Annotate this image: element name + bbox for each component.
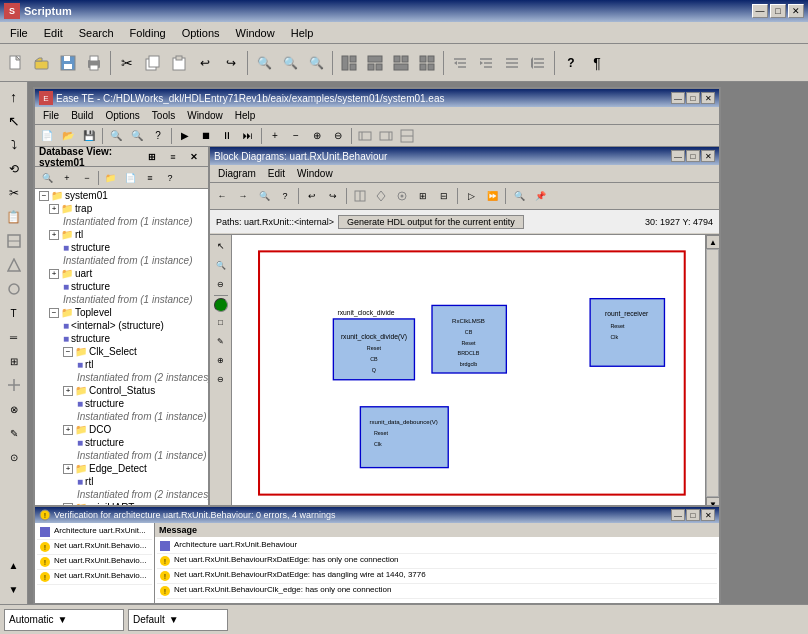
blk-tb-4[interactable]: ? (275, 187, 295, 205)
canvas-tool-6[interactable]: ⊕ (211, 351, 231, 369)
canvas-tool-7[interactable]: ⊖ (211, 370, 231, 388)
left-tool-16[interactable]: ⊙ (3, 446, 25, 468)
ease-close[interactable]: ✕ (701, 92, 715, 104)
left-tool-8[interactable] (3, 254, 25, 276)
block-maximize[interactable]: □ (686, 150, 700, 162)
db-tree[interactable]: − 📁 system01 + 📁 trap Instantiated from … (35, 189, 208, 505)
tree-ctrl-inst[interactable]: Instantiated from (1 instance) (35, 410, 208, 423)
ease-tb-7[interactable]: ▶ (175, 127, 195, 145)
ease-tb-11[interactable]: + (265, 127, 285, 145)
menu-folding[interactable]: Folding (122, 25, 174, 41)
tree-trap[interactable]: + 📁 trap (35, 202, 208, 215)
indent3-button[interactable] (500, 51, 524, 75)
new-button[interactable] (4, 51, 28, 75)
ease-tb-4[interactable]: 🔍 (106, 127, 126, 145)
canvas-tool-arrow[interactable]: ↖ (211, 237, 231, 255)
canvas-area[interactable]: rxunit_clock_divide(V) Reset CB Q rxunit… (232, 235, 705, 511)
blk-tb-10[interactable]: ⊞ (413, 187, 433, 205)
db-tb-expand[interactable]: + (57, 169, 77, 187)
blk-tb-15[interactable]: 📌 (530, 187, 550, 205)
db-tb-4[interactable]: 📁 (100, 169, 120, 187)
verify-tree[interactable]: Architecture uart.RxUnit... ! Net uart.R… (35, 523, 155, 603)
indent2-button[interactable] (474, 51, 498, 75)
expand-icon[interactable]: + (49, 269, 59, 279)
msg-row-1[interactable]: Architecture uart.RxUnit.Behaviour (157, 539, 717, 554)
tree-rtl[interactable]: + 📁 rtl (35, 228, 208, 241)
layout3-button[interactable] (389, 51, 413, 75)
menu-edit[interactable]: Edit (36, 25, 71, 41)
db-tb-5[interactable]: 📄 (120, 169, 140, 187)
tree-clk-inst[interactable]: Instantiated from (2 instances) (35, 371, 208, 384)
left-tool-15[interactable]: ✎ (3, 422, 25, 444)
expand-icon[interactable]: + (63, 464, 73, 474)
paste-button[interactable] (167, 51, 191, 75)
tree-ctrl-struct[interactable]: ■ structure (35, 397, 208, 410)
msg-row-4[interactable]: ! Net uart.RxUnit.BehaviourClk_edge: has… (157, 584, 717, 599)
search3-button[interactable]: 🔍 (304, 51, 328, 75)
block-menu-edit[interactable]: Edit (262, 167, 291, 180)
save-button[interactable] (56, 51, 80, 75)
blk-tb-9[interactable] (392, 187, 412, 205)
menu-file[interactable]: File (2, 25, 36, 41)
blk-tb-6[interactable]: ↪ (323, 187, 343, 205)
tree-toplevel[interactable]: − 📁 Toplevel (35, 306, 208, 319)
automatic-dropdown[interactable]: Automatic ▼ (4, 609, 124, 631)
blk-tb-8[interactable] (371, 187, 391, 205)
ease-tb-3[interactable]: 💾 (79, 127, 99, 145)
generate-hdl-button[interactable]: Generate HDL output for the current enti… (338, 215, 524, 229)
blk-tb-14[interactable]: 🔍 (509, 187, 529, 205)
db-btn-1[interactable]: ⊞ (142, 148, 162, 166)
menu-help[interactable]: Help (283, 25, 322, 41)
msg-row-2[interactable]: ! Net uart.RxUnit.BehaviourRxDatEdge: ha… (157, 554, 717, 569)
expand-icon[interactable]: + (63, 425, 73, 435)
left-tool-1[interactable]: ↑ (3, 86, 25, 108)
ease-tb-12[interactable]: − (286, 127, 306, 145)
canvas-tool-zoom-in[interactable]: 🔍 (211, 256, 231, 274)
tree-dco-inst[interactable]: Instantiated from (1 instance) (35, 449, 208, 462)
blk-tb-12[interactable]: ▷ (461, 187, 481, 205)
verify-close[interactable]: ✕ (701, 509, 715, 521)
canvas-tool-3[interactable] (214, 298, 228, 312)
copy-button[interactable] (141, 51, 165, 75)
search2-button[interactable]: 🔍 (278, 51, 302, 75)
open-button[interactable] (30, 51, 54, 75)
ease-menu-help[interactable]: Help (229, 109, 262, 122)
ease-menu-window[interactable]: Window (181, 109, 229, 122)
left-tool-13[interactable] (3, 374, 25, 396)
blk-tb-2[interactable]: → (233, 187, 253, 205)
expand-icon[interactable]: − (49, 308, 59, 318)
db-tb-help[interactable]: ? (160, 169, 180, 187)
ease-menu-file[interactable]: File (37, 109, 65, 122)
ease-menu-build[interactable]: Build (65, 109, 99, 122)
left-tool-7[interactable] (3, 230, 25, 252)
tree-dco-struct[interactable]: ■ structure (35, 436, 208, 449)
ease-tb-17[interactable] (397, 127, 417, 145)
tree-root[interactable]: − 📁 system01 (35, 189, 208, 202)
ease-tb-15[interactable] (355, 127, 375, 145)
verify-item-2[interactable]: ! Net uart.RxUnit.Behavio... (37, 540, 152, 555)
db-btn-2[interactable]: ≡ (163, 148, 183, 166)
canvas-scrollbar-v[interactable]: ▲ ▼ (705, 235, 719, 511)
tree-trap-inst[interactable]: Instantiated from (1 instance) (35, 215, 208, 228)
canvas-tool-4[interactable]: □ (211, 313, 231, 331)
tree-clk-rtl[interactable]: ■ rtl (35, 358, 208, 371)
left-tool-bottom1[interactable]: ▲ (3, 554, 25, 576)
left-tool-3[interactable]: ⤵ (3, 134, 25, 156)
blk-tb-1[interactable]: ← (212, 187, 232, 205)
tree-edge[interactable]: + 📁 Edge_Detect (35, 462, 208, 475)
verify-item-4[interactable]: ! Net uart.RxUnit.Behavio... (37, 570, 152, 585)
redo-button[interactable]: ↪ (219, 51, 243, 75)
search-button[interactable]: 🔍 (252, 51, 276, 75)
tree-uart-struct[interactable]: ■ structure (35, 280, 208, 293)
db-tb-refresh[interactable]: 🔍 (37, 169, 57, 187)
verify-maximize[interactable]: □ (686, 509, 700, 521)
close-button[interactable]: ✕ (788, 4, 804, 18)
ease-tb-1[interactable]: 📄 (37, 127, 57, 145)
tree-rtl-struct[interactable]: ■ structure (35, 241, 208, 254)
maximize-button[interactable]: □ (770, 4, 786, 18)
ease-tb-13[interactable]: ⊕ (307, 127, 327, 145)
tree-internal[interactable]: ■ <internal> (structure) (35, 319, 208, 332)
default-dropdown[interactable]: Default ▼ (128, 609, 228, 631)
help-button[interactable]: ? (559, 51, 583, 75)
canvas-tool-zoom-out[interactable]: ⊖ (211, 275, 231, 293)
